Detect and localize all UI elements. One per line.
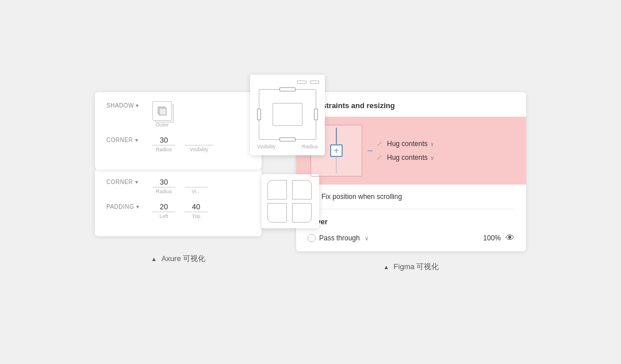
hug-contents-1-label: Hug contents bbox=[387, 140, 428, 148]
handle-left[interactable] bbox=[257, 109, 261, 120]
minus-right[interactable]: − bbox=[367, 145, 373, 157]
figma-blend-label[interactable]: Pass through bbox=[319, 234, 360, 242]
main-container: SHADOW ▾ Outer bbox=[0, 81, 621, 283]
figma-blend-icon bbox=[308, 234, 316, 242]
constraint-icon-1: ⤢ bbox=[377, 140, 382, 148]
corner-vi-sub-2: Vi... bbox=[191, 189, 200, 194]
axure-caption: ▲ Axure 可视化 bbox=[151, 254, 205, 264]
figma-section: Constraints and resizing − bbox=[296, 92, 526, 272]
axure-panels: SHADOW ▾ Outer bbox=[95, 92, 262, 236]
widget-footer-radius: Radius bbox=[302, 144, 318, 150]
figma-caption: ▲ Figma 可视化 bbox=[384, 262, 439, 272]
figma-constraints-grid: − + − bbox=[308, 125, 515, 177]
figma-select-row-1: ⤢ Hug contents ∨ bbox=[377, 140, 515, 148]
axure-widget-top: Visibility Radius bbox=[250, 75, 325, 155]
figma-eye-icon[interactable]: 👁 bbox=[505, 233, 515, 243]
shadow-icon bbox=[152, 101, 172, 121]
figma-layer-section: Layer Pass through ∨ 100% 👁 bbox=[296, 209, 526, 251]
hug-caret-1: ∨ bbox=[430, 141, 434, 147]
corner-vi-group-2: Vi... bbox=[185, 178, 208, 194]
figma-caption-arrow: ▲ bbox=[384, 264, 389, 270]
corner-row-2: CORNER ▾ 30 Radius Vi... bbox=[106, 178, 250, 194]
figma-selects: ⤢ Hug contents ∨ ⤢ Hug contents ∨ bbox=[377, 140, 515, 162]
corner-visibility-group: Visibility bbox=[185, 136, 213, 152]
widget-box-diagram bbox=[259, 89, 316, 140]
padding-left-value[interactable]: 20 bbox=[152, 202, 175, 212]
corner-piece-tr bbox=[292, 180, 312, 200]
corner-radius-group-2: 30 Radius bbox=[152, 178, 175, 194]
center-plus[interactable]: + bbox=[330, 144, 343, 157]
corner-piece-br bbox=[292, 203, 312, 223]
figma-panel: Constraints and resizing − bbox=[296, 92, 526, 251]
figma-select-dropdown-2[interactable]: Hug contents ∨ bbox=[387, 154, 434, 162]
figma-layer-title: Layer bbox=[308, 217, 515, 226]
box-inner bbox=[273, 103, 302, 126]
padding-values: 20 Left 40 Top bbox=[152, 202, 208, 219]
shadow-row: SHADOW ▾ Outer bbox=[106, 101, 250, 128]
corner-label-2: CORNER ▾ bbox=[106, 178, 152, 185]
figma-blend-mode: Pass through ∨ bbox=[308, 234, 369, 242]
corner-values: 30 Radius Visibility bbox=[152, 136, 213, 152]
widget-header bbox=[256, 81, 319, 84]
constraint-icon-2: ⤢ bbox=[377, 154, 382, 162]
corner-diagram bbox=[267, 180, 313, 223]
corner-piece-bl bbox=[267, 203, 287, 223]
shadow-values: Outer bbox=[152, 101, 172, 128]
padding-top-group: 40 Top bbox=[185, 202, 208, 219]
corner-radius-sub-2: Radius bbox=[156, 189, 172, 194]
corner-radius-value[interactable]: 30 bbox=[152, 136, 175, 145]
padding-left-sub: Left bbox=[159, 213, 168, 219]
figma-blend-caret[interactable]: ∨ bbox=[365, 235, 369, 242]
shadow-outer-group: Outer bbox=[152, 101, 172, 128]
padding-left-group: 20 Left bbox=[152, 202, 175, 219]
figma-opacity-value[interactable]: 100% bbox=[483, 234, 501, 242]
figma-select-row-2: ⤢ Hug contents ∨ bbox=[377, 154, 515, 162]
constraints-title: Constraints and resizing bbox=[296, 92, 526, 117]
widget-dot-1 bbox=[297, 81, 306, 84]
widget-dot-2 bbox=[310, 81, 319, 84]
corner-piece-tl bbox=[267, 180, 287, 200]
corner-visibility-sub: Visibility bbox=[190, 147, 208, 152]
corner-values-2: 30 Radius Vi... bbox=[152, 178, 208, 194]
handle-right[interactable] bbox=[314, 109, 318, 120]
corner-label: CORNER ▾ bbox=[106, 136, 152, 143]
box-outer bbox=[259, 89, 316, 140]
figma-checkbox-row: Fix position when scrolling bbox=[296, 185, 526, 209]
widget-footer: Visibility Radius bbox=[256, 144, 319, 150]
arrow-bottom-line bbox=[336, 154, 337, 174]
corner-radius-sub: Radius bbox=[156, 147, 172, 152]
padding-label: PADDING ▾ bbox=[106, 202, 152, 210]
hug-contents-2-label: Hug contents bbox=[387, 154, 428, 162]
fix-position-label: Fix position when scrolling bbox=[321, 193, 402, 201]
padding-top-value[interactable]: 40 bbox=[185, 202, 208, 212]
figma-layer-row: Pass through ∨ 100% 👁 bbox=[308, 233, 515, 243]
axure-panel-top: SHADOW ▾ Outer bbox=[95, 92, 262, 170]
figma-select-dropdown-1[interactable]: Hug contents ∨ bbox=[387, 140, 434, 148]
handle-bottom[interactable] bbox=[279, 137, 296, 141]
figma-opacity-row: 100% 👁 bbox=[483, 233, 515, 243]
corner-visibility-value[interactable] bbox=[185, 136, 213, 145]
figma-caption-text: Figma 可视化 bbox=[394, 262, 439, 272]
padding-top-sub: Top bbox=[192, 213, 201, 219]
center-plus-sign: + bbox=[334, 146, 339, 155]
axure-caption-arrow: ▲ bbox=[151, 256, 157, 262]
hug-caret-2: ∨ bbox=[430, 155, 434, 161]
corner-radius-group: 30 Radius bbox=[152, 136, 175, 152]
axure-caption-text: Axure 可视化 bbox=[162, 254, 206, 264]
axure-panel-bottom: CORNER ▾ 30 Radius Vi... bbox=[95, 168, 262, 236]
shadow-outer-label: Outer bbox=[156, 122, 169, 128]
corner-vi-value-2[interactable] bbox=[185, 178, 208, 187]
corner-radius-value-2[interactable]: 30 bbox=[152, 178, 175, 187]
corner-row: CORNER ▾ 30 Radius Visibility bbox=[106, 136, 250, 152]
figma-highlight: − + − bbox=[296, 117, 526, 185]
widget-footer-visibility: Visibility bbox=[257, 144, 275, 150]
axure-widget-bottom bbox=[262, 174, 319, 228]
handle-top[interactable] bbox=[279, 87, 296, 91]
shadow-label: SHADOW ▾ bbox=[106, 101, 152, 109]
axure-section: SHADOW ▾ Outer bbox=[95, 92, 262, 264]
svg-rect-1 bbox=[159, 108, 166, 115]
padding-row: PADDING ▾ 20 Left 40 Top bbox=[106, 202, 250, 219]
